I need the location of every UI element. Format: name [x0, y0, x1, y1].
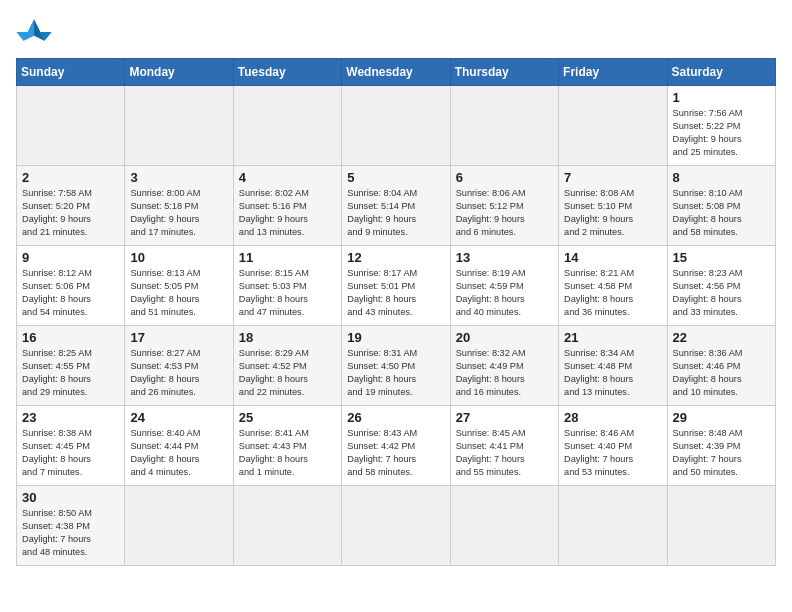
day-number: 27 [456, 410, 553, 425]
calendar-header: SundayMondayTuesdayWednesdayThursdayFrid… [17, 59, 776, 86]
day-info: Sunrise: 8:40 AM Sunset: 4:44 PM Dayligh… [130, 427, 227, 479]
calendar-cell: 2Sunrise: 7:58 AM Sunset: 5:20 PM Daylig… [17, 166, 125, 246]
day-number: 9 [22, 250, 119, 265]
day-number: 8 [673, 170, 770, 185]
day-info: Sunrise: 8:25 AM Sunset: 4:55 PM Dayligh… [22, 347, 119, 399]
day-info: Sunrise: 8:02 AM Sunset: 5:16 PM Dayligh… [239, 187, 336, 239]
calendar-cell: 30Sunrise: 8:50 AM Sunset: 4:38 PM Dayli… [17, 486, 125, 566]
calendar-cell: 19Sunrise: 8:31 AM Sunset: 4:50 PM Dayli… [342, 326, 450, 406]
day-number: 10 [130, 250, 227, 265]
calendar-week-row: 9Sunrise: 8:12 AM Sunset: 5:06 PM Daylig… [17, 246, 776, 326]
calendar-body: 1Sunrise: 7:56 AM Sunset: 5:22 PM Daylig… [17, 86, 776, 566]
day-info: Sunrise: 8:19 AM Sunset: 4:59 PM Dayligh… [456, 267, 553, 319]
calendar-cell: 27Sunrise: 8:45 AM Sunset: 4:41 PM Dayli… [450, 406, 558, 486]
calendar-table: SundayMondayTuesdayWednesdayThursdayFrid… [16, 58, 776, 566]
day-number: 26 [347, 410, 444, 425]
day-info: Sunrise: 8:12 AM Sunset: 5:06 PM Dayligh… [22, 267, 119, 319]
calendar-cell: 7Sunrise: 8:08 AM Sunset: 5:10 PM Daylig… [559, 166, 667, 246]
day-number: 28 [564, 410, 661, 425]
calendar-cell: 13Sunrise: 8:19 AM Sunset: 4:59 PM Dayli… [450, 246, 558, 326]
day-number: 11 [239, 250, 336, 265]
day-number: 12 [347, 250, 444, 265]
day-info: Sunrise: 8:23 AM Sunset: 4:56 PM Dayligh… [673, 267, 770, 319]
day-number: 4 [239, 170, 336, 185]
calendar-cell: 29Sunrise: 8:48 AM Sunset: 4:39 PM Dayli… [667, 406, 775, 486]
day-number: 16 [22, 330, 119, 345]
day-info: Sunrise: 8:10 AM Sunset: 5:08 PM Dayligh… [673, 187, 770, 239]
weekday-header-sunday: Sunday [17, 59, 125, 86]
calendar-cell: 20Sunrise: 8:32 AM Sunset: 4:49 PM Dayli… [450, 326, 558, 406]
weekday-header-tuesday: Tuesday [233, 59, 341, 86]
day-number: 18 [239, 330, 336, 345]
day-info: Sunrise: 8:41 AM Sunset: 4:43 PM Dayligh… [239, 427, 336, 479]
day-number: 29 [673, 410, 770, 425]
calendar-cell [125, 86, 233, 166]
calendar-cell: 9Sunrise: 8:12 AM Sunset: 5:06 PM Daylig… [17, 246, 125, 326]
calendar-week-row: 30Sunrise: 8:50 AM Sunset: 4:38 PM Dayli… [17, 486, 776, 566]
day-number: 22 [673, 330, 770, 345]
day-info: Sunrise: 8:04 AM Sunset: 5:14 PM Dayligh… [347, 187, 444, 239]
day-info: Sunrise: 8:21 AM Sunset: 4:58 PM Dayligh… [564, 267, 661, 319]
day-info: Sunrise: 8:29 AM Sunset: 4:52 PM Dayligh… [239, 347, 336, 399]
day-number: 24 [130, 410, 227, 425]
calendar-cell: 17Sunrise: 8:27 AM Sunset: 4:53 PM Dayli… [125, 326, 233, 406]
calendar-cell: 1Sunrise: 7:56 AM Sunset: 5:22 PM Daylig… [667, 86, 775, 166]
day-number: 21 [564, 330, 661, 345]
day-number: 17 [130, 330, 227, 345]
calendar-cell [233, 86, 341, 166]
day-info: Sunrise: 8:17 AM Sunset: 5:01 PM Dayligh… [347, 267, 444, 319]
day-info: Sunrise: 8:15 AM Sunset: 5:03 PM Dayligh… [239, 267, 336, 319]
calendar-week-row: 2Sunrise: 7:58 AM Sunset: 5:20 PM Daylig… [17, 166, 776, 246]
day-info: Sunrise: 8:13 AM Sunset: 5:05 PM Dayligh… [130, 267, 227, 319]
logo-icon [16, 16, 52, 46]
day-info: Sunrise: 8:38 AM Sunset: 4:45 PM Dayligh… [22, 427, 119, 479]
day-number: 7 [564, 170, 661, 185]
day-number: 20 [456, 330, 553, 345]
calendar-cell: 22Sunrise: 8:36 AM Sunset: 4:46 PM Dayli… [667, 326, 775, 406]
day-info: Sunrise: 8:31 AM Sunset: 4:50 PM Dayligh… [347, 347, 444, 399]
calendar-cell [342, 86, 450, 166]
day-number: 5 [347, 170, 444, 185]
calendar-cell [559, 486, 667, 566]
day-info: Sunrise: 8:43 AM Sunset: 4:42 PM Dayligh… [347, 427, 444, 479]
calendar-week-row: 16Sunrise: 8:25 AM Sunset: 4:55 PM Dayli… [17, 326, 776, 406]
calendar-cell [450, 86, 558, 166]
day-number: 6 [456, 170, 553, 185]
calendar-cell: 18Sunrise: 8:29 AM Sunset: 4:52 PM Dayli… [233, 326, 341, 406]
calendar-cell: 12Sunrise: 8:17 AM Sunset: 5:01 PM Dayli… [342, 246, 450, 326]
calendar-cell: 25Sunrise: 8:41 AM Sunset: 4:43 PM Dayli… [233, 406, 341, 486]
calendar-cell: 28Sunrise: 8:46 AM Sunset: 4:40 PM Dayli… [559, 406, 667, 486]
calendar-cell: 11Sunrise: 8:15 AM Sunset: 5:03 PM Dayli… [233, 246, 341, 326]
calendar-cell: 26Sunrise: 8:43 AM Sunset: 4:42 PM Dayli… [342, 406, 450, 486]
day-info: Sunrise: 8:34 AM Sunset: 4:48 PM Dayligh… [564, 347, 661, 399]
calendar-cell [17, 86, 125, 166]
day-number: 2 [22, 170, 119, 185]
day-info: Sunrise: 8:50 AM Sunset: 4:38 PM Dayligh… [22, 507, 119, 559]
day-number: 25 [239, 410, 336, 425]
day-number: 23 [22, 410, 119, 425]
day-number: 13 [456, 250, 553, 265]
calendar-week-row: 23Sunrise: 8:38 AM Sunset: 4:45 PM Dayli… [17, 406, 776, 486]
weekday-header-row: SundayMondayTuesdayWednesdayThursdayFrid… [17, 59, 776, 86]
day-info: Sunrise: 8:00 AM Sunset: 5:18 PM Dayligh… [130, 187, 227, 239]
calendar-cell [559, 86, 667, 166]
day-number: 15 [673, 250, 770, 265]
day-number: 1 [673, 90, 770, 105]
calendar-cell: 5Sunrise: 8:04 AM Sunset: 5:14 PM Daylig… [342, 166, 450, 246]
weekday-header-saturday: Saturday [667, 59, 775, 86]
calendar-cell [450, 486, 558, 566]
weekday-header-thursday: Thursday [450, 59, 558, 86]
weekday-header-friday: Friday [559, 59, 667, 86]
calendar-cell [125, 486, 233, 566]
calendar-cell: 10Sunrise: 8:13 AM Sunset: 5:05 PM Dayli… [125, 246, 233, 326]
day-info: Sunrise: 8:46 AM Sunset: 4:40 PM Dayligh… [564, 427, 661, 479]
day-info: Sunrise: 8:36 AM Sunset: 4:46 PM Dayligh… [673, 347, 770, 399]
header [16, 16, 776, 46]
calendar-cell: 21Sunrise: 8:34 AM Sunset: 4:48 PM Dayli… [559, 326, 667, 406]
calendar-cell [233, 486, 341, 566]
day-info: Sunrise: 7:56 AM Sunset: 5:22 PM Dayligh… [673, 107, 770, 159]
day-info: Sunrise: 7:58 AM Sunset: 5:20 PM Dayligh… [22, 187, 119, 239]
calendar-cell: 24Sunrise: 8:40 AM Sunset: 4:44 PM Dayli… [125, 406, 233, 486]
calendar-cell: 23Sunrise: 8:38 AM Sunset: 4:45 PM Dayli… [17, 406, 125, 486]
calendar-cell: 4Sunrise: 8:02 AM Sunset: 5:16 PM Daylig… [233, 166, 341, 246]
